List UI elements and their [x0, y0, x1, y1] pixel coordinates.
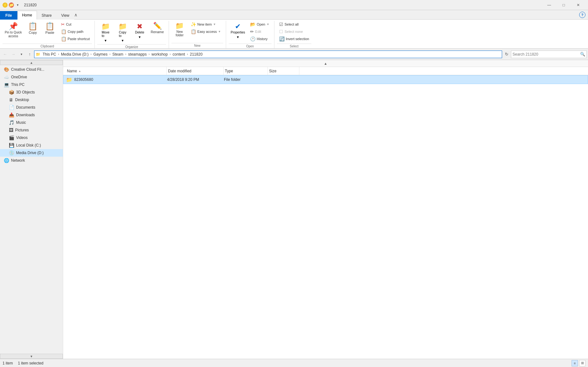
breadcrumb-content[interactable]: content: [172, 52, 186, 57]
documents-icon: 📄: [9, 105, 14, 110]
recent-locations-button[interactable]: ▼: [18, 51, 25, 58]
back-button[interactable]: ←: [1, 51, 9, 58]
sidebar-item-creative-cloud[interactable]: 🎨 Creative Cloud Fil...: [0, 66, 63, 73]
new-folder-button[interactable]: 📁 Newfolder: [171, 21, 188, 39]
select-small-btns: ☑ Select all ☐ Select none 🔄 Invert sele…: [277, 21, 311, 42]
history-icon: 🕐: [250, 36, 255, 41]
forward-button[interactable]: →: [9, 51, 17, 58]
breadcrumb-thispc[interactable]: This PC: [42, 52, 57, 57]
downloads-icon: 📥: [9, 112, 14, 117]
address-box[interactable]: 📁 This PC › Media Drive (D:) › Gaymes › …: [34, 51, 502, 58]
ribbon-group-select: ☑ Select all ☐ Select none 🔄 Invert sele…: [274, 21, 314, 48]
paste-shortcut-button[interactable]: 📋 Paste shortcut: [59, 35, 92, 42]
col-name-sort-icon: ▲: [78, 69, 81, 73]
tab-home[interactable]: Home: [17, 11, 37, 20]
large-icons-view-button[interactable]: ⊞: [579, 360, 585, 366]
select-group-label: Select: [277, 44, 311, 49]
maximize-button[interactable]: □: [556, 0, 571, 10]
tab-file[interactable]: File: [0, 11, 17, 20]
creative-cloud-icon: 🎨: [4, 67, 9, 72]
properties-button[interactable]: ✔ Properties ▼: [229, 21, 248, 39]
tab-share[interactable]: Share: [37, 11, 57, 20]
copy-to-button[interactable]: 📁 Copyto ▼: [114, 21, 131, 43]
content-collapse-arrow[interactable]: ▲: [63, 60, 588, 67]
select-none-button[interactable]: ☐ Select none: [277, 28, 311, 35]
copy-button[interactable]: 📋 Copy: [25, 21, 41, 36]
search-box[interactable]: 🔍: [511, 51, 587, 58]
search-input[interactable]: [513, 52, 580, 57]
col-header-name[interactable]: Name ▲: [66, 67, 167, 75]
copy-to-arrow[interactable]: ▼: [114, 39, 131, 43]
breadcrumb-workshop[interactable]: workshop: [151, 52, 169, 57]
sidebar-item-videos[interactable]: 🎬 Videos: [0, 134, 63, 141]
up-button[interactable]: ↑: [26, 51, 33, 58]
open-button[interactable]: 📂 Open ▼: [248, 21, 272, 28]
open-icon: 📂: [250, 22, 255, 27]
copy-path-label: Copy path: [68, 30, 83, 33]
col-header-date[interactable]: Date modified: [167, 67, 224, 75]
new-folder-icon: 📁: [175, 22, 184, 29]
delete-label: Delete: [135, 31, 144, 34]
cut-button[interactable]: ✂ Cut: [59, 21, 92, 28]
table-row[interactable]: 📁 823605680 4/28/2018 9:20 PM File folde…: [63, 75, 588, 84]
close-button[interactable]: ✕: [571, 0, 585, 10]
refresh-button[interactable]: ↻: [503, 51, 510, 58]
rename-button[interactable]: ✏️ Rename: [148, 21, 166, 35]
properties-arrow[interactable]: ▼: [229, 35, 248, 39]
ribbon-collapse-button[interactable]: ∧: [74, 12, 77, 17]
easy-access-button[interactable]: 📋 Easy access ▼: [189, 28, 223, 35]
copy-to-icon: 📁: [118, 22, 127, 31]
titlebar-dropdown-btn[interactable]: ▼: [15, 3, 20, 8]
item-count: 1 item: [3, 361, 13, 365]
invert-icon: 🔄: [279, 36, 285, 41]
details-view-button[interactable]: ≡: [572, 360, 578, 366]
new-small-btns: ✨ New item ▼ 📋 Easy access ▼: [189, 21, 223, 35]
sidebar-item-network[interactable]: 🌐 Network: [0, 157, 63, 164]
sidebar-scroll-down[interactable]: ▼: [0, 354, 63, 359]
pin-to-quick-access-button[interactable]: 📌 Pin to Quickaccess: [3, 21, 24, 40]
sidebar-item-downloads[interactable]: 📥 Downloads: [0, 111, 63, 119]
sidebar-item-3dobjects[interactable]: 📦 3D Objects: [0, 88, 63, 96]
selected-count: 1 item selected: [18, 361, 44, 365]
breadcrumb-steamapps[interactable]: steamapps: [127, 52, 148, 57]
sidebar-item-onedrive[interactable]: ☁️ OneDrive: [0, 73, 63, 81]
move-to-button[interactable]: 📁 Moveto ▼: [97, 21, 114, 43]
col-header-size[interactable]: Size: [268, 67, 299, 75]
tab-view[interactable]: View: [57, 11, 74, 20]
invert-selection-button[interactable]: 🔄 Invert selection: [277, 35, 311, 42]
history-button[interactable]: 🕐 History: [248, 35, 272, 42]
breadcrumb-211820[interactable]: 211820: [189, 52, 203, 57]
sidebar-item-pictures[interactable]: 🖼 Pictures: [0, 126, 63, 134]
move-to-arrow[interactable]: ▼: [97, 39, 114, 43]
breadcrumb-gaymes[interactable]: Gaymes: [93, 52, 109, 57]
sidebar-item-thispc[interactable]: 💻 This PC: [0, 81, 63, 88]
sidebar-item-documents[interactable]: 📄 Documents: [0, 104, 63, 111]
sidebar-label-music: Music: [16, 120, 26, 125]
minimize-button[interactable]: —: [542, 0, 556, 10]
new-item-button[interactable]: ✨ New item ▼: [189, 21, 223, 28]
sidebar-item-mediadrive[interactable]: 💿 Media Drive (D:): [0, 149, 63, 157]
easy-access-arrow: ▼: [218, 30, 221, 33]
delete-button[interactable]: ✖ Delete ▼: [131, 21, 148, 39]
sidebar-label-documents: Documents: [16, 105, 35, 110]
paste-button[interactable]: 📋 Paste: [42, 21, 58, 36]
pin-to-quick-label: Pin to Quickaccess: [5, 31, 22, 38]
select-all-button[interactable]: ☑ Select all: [277, 21, 311, 28]
sidebar-scroll-up[interactable]: ▲: [0, 60, 63, 65]
sidebar-item-desktop[interactable]: 🖥 Desktop: [0, 96, 63, 104]
open-label: Open: [257, 22, 265, 26]
breadcrumb-steam[interactable]: Steam: [111, 52, 124, 57]
col-name-label: Name: [67, 69, 77, 73]
col-header-type[interactable]: Type: [224, 67, 268, 75]
select-all-label: Select all: [285, 22, 299, 26]
help-button[interactable]: ?: [579, 12, 585, 18]
sidebar-item-localc[interactable]: 💾 Local Disk (C:): [0, 141, 63, 149]
delete-arrow[interactable]: ▼: [131, 35, 148, 39]
edit-button[interactable]: ✏ Edit: [248, 28, 272, 35]
breadcrumb-mediadrive[interactable]: Media Drive (D:): [60, 52, 89, 57]
sidebar-item-music[interactable]: 🎵 Music: [0, 119, 63, 126]
copy-path-button[interactable]: 📋 Copy path: [59, 28, 92, 35]
open-arrow: ▼: [267, 23, 269, 26]
select-none-label: Select none: [285, 30, 303, 33]
sidebar-label-desktop: Desktop: [15, 98, 29, 102]
